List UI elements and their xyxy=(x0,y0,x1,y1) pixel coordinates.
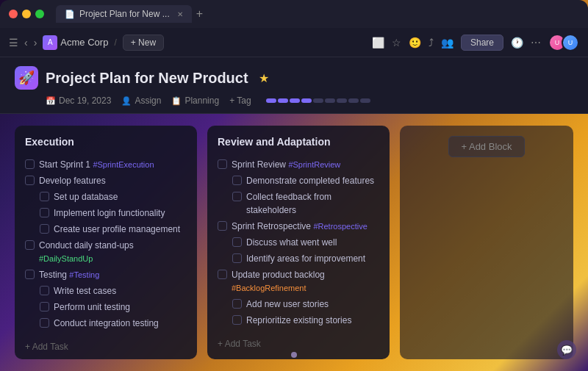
task-checkbox[interactable] xyxy=(232,315,242,325)
tab-close-icon[interactable]: ✕ xyxy=(177,10,183,18)
task-checkbox[interactable] xyxy=(40,208,49,217)
tab-label: Project Plan for New ... xyxy=(79,9,170,19)
titlebar: 📄 Project Plan for New ... ✕ + xyxy=(0,0,588,28)
task-checkbox[interactable] xyxy=(40,224,49,234)
new-tab-button[interactable]: + xyxy=(196,7,203,21)
task-item: Perform unit testing xyxy=(40,299,187,315)
share-button[interactable]: Share xyxy=(461,35,503,51)
task-checkbox[interactable] xyxy=(40,192,49,201)
task-text: Identify areas for improvement xyxy=(246,252,379,265)
favorite-star-icon[interactable]: ★ xyxy=(259,71,269,85)
maximize-dot[interactable] xyxy=(35,10,44,18)
more-icon[interactable]: ⋯ xyxy=(531,37,541,48)
review-add-task-button[interactable]: + Add Task xyxy=(218,337,379,350)
new-button-label: + New xyxy=(131,37,156,48)
progress-dot-9 xyxy=(360,98,370,103)
page-icon: 🚀 xyxy=(15,66,38,90)
task-checkbox[interactable] xyxy=(40,286,49,295)
task-item: Demonstrate completed features xyxy=(232,173,379,189)
assign-meta[interactable]: 👤 Assign xyxy=(121,96,161,106)
active-tab[interactable]: 📄 Project Plan for New ... ✕ xyxy=(56,5,192,23)
page-title-row: 🚀 Project Plan for New Product ★ xyxy=(15,66,573,90)
task-checkbox[interactable] xyxy=(218,221,227,231)
task-text: Reprioritize existing stories xyxy=(246,314,379,327)
emoji-icon[interactable]: 🙂 xyxy=(409,37,421,48)
close-dot[interactable] xyxy=(9,10,18,18)
tag-meta[interactable]: + Tag xyxy=(229,96,251,106)
tag-sprint-execution[interactable]: #SprintExecution xyxy=(93,160,154,169)
sidebar-toggle-icon[interactable]: ☰ xyxy=(9,37,18,48)
tag-daily-standup[interactable]: #DailyStandUp xyxy=(39,254,93,263)
scroll-indicator xyxy=(291,352,297,358)
add-block-area: + Add Block xyxy=(400,126,573,359)
search-icon[interactable]: ⬜ xyxy=(372,37,384,48)
add-task-label: + Add Task xyxy=(218,339,261,349)
review-tasks: Sprint Review #SprintReview Demonstrate … xyxy=(218,156,379,328)
avatar-2: U xyxy=(562,34,579,51)
task-item: Set up database xyxy=(40,189,187,205)
task-checkbox[interactable] xyxy=(232,253,242,263)
task-item: Write test cases xyxy=(40,283,187,299)
progress-dot-3 xyxy=(290,98,300,103)
share-icon[interactable]: ⤴ xyxy=(429,37,434,48)
progress-dots xyxy=(266,98,370,103)
tag-testing[interactable]: #Testing xyxy=(69,270,99,279)
task-item: Sprint Review #SprintReview xyxy=(218,156,379,173)
progress-dot-6 xyxy=(325,98,335,103)
minimize-dot[interactable] xyxy=(22,10,31,18)
task-item: Identify areas for improvement xyxy=(232,251,379,267)
execution-add-task-button[interactable]: + Add Task xyxy=(25,340,187,353)
add-block-button[interactable]: + Add Block xyxy=(448,136,524,157)
task-item: Start Sprint 1 #SprintExecution xyxy=(25,156,187,173)
date-meta[interactable]: 📅 Dec 19, 2023 xyxy=(46,96,111,106)
assign-label: Assign xyxy=(135,96,161,106)
task-text: Create user profile management xyxy=(54,223,187,236)
workspace-label[interactable]: Acme Corp xyxy=(60,37,108,48)
task-checkbox[interactable] xyxy=(25,240,35,250)
execution-card-title: Execution xyxy=(25,136,187,148)
star-icon[interactable]: ☆ xyxy=(392,37,401,48)
add-task-label: + Add Task xyxy=(25,342,68,352)
task-checkbox[interactable] xyxy=(25,176,35,185)
tag-retrospective[interactable]: #Retrospective xyxy=(313,222,367,231)
task-checkbox[interactable] xyxy=(25,270,35,279)
tag-sprint-review[interactable]: #SprintReview xyxy=(288,160,340,169)
task-item: Reprioritize existing stories xyxy=(232,312,379,328)
progress-dot-2 xyxy=(278,98,288,103)
task-item: Testing #Testing xyxy=(25,267,187,283)
task-text: Set up database xyxy=(54,190,187,203)
calendar-icon: 📅 xyxy=(46,96,56,106)
page-meta: 📅 Dec 19, 2023 👤 Assign 📋 Planning + Tag xyxy=(46,96,573,106)
task-checkbox[interactable] xyxy=(218,270,227,279)
task-text: Implement login functionality xyxy=(54,206,187,220)
task-checkbox[interactable] xyxy=(40,318,49,328)
task-item: Develop features xyxy=(25,173,187,189)
task-checkbox[interactable] xyxy=(40,302,49,311)
task-item: Conduct integration testing xyxy=(40,315,187,331)
progress-dot-1 xyxy=(266,98,276,103)
task-checkbox[interactable] xyxy=(232,192,242,201)
review-card: Review and Adaptation Sprint Review #Spr… xyxy=(207,126,390,359)
users-icon[interactable]: 👥 xyxy=(441,37,453,48)
task-text: Add new user stories xyxy=(246,298,379,311)
task-text: Sprint Review #SprintReview xyxy=(232,158,379,171)
task-checkbox[interactable] xyxy=(232,237,242,247)
new-button[interactable]: + New xyxy=(123,35,164,51)
task-item: Add new user stories xyxy=(232,296,379,312)
task-checkbox[interactable] xyxy=(232,176,242,185)
task-checkbox[interactable] xyxy=(218,159,227,169)
chat-icon[interactable]: 💬 xyxy=(557,340,576,359)
page-header: 🚀 Project Plan for New Product ★ 📅 Dec 1… xyxy=(0,57,588,114)
task-text: Update product backlog #BacklogRefinemen… xyxy=(232,268,379,295)
planning-meta[interactable]: 📋 Planning xyxy=(171,96,219,106)
tag-backlog-refinement[interactable]: #BacklogRefinement xyxy=(232,284,306,292)
history-icon[interactable]: 🕐 xyxy=(511,37,523,48)
back-icon[interactable]: ‹ xyxy=(24,37,28,48)
task-checkbox[interactable] xyxy=(25,159,35,169)
task-text: Conduct integration testing xyxy=(54,317,187,330)
task-text: Develop features xyxy=(39,174,187,187)
planning-icon: 📋 xyxy=(171,96,182,106)
traffic-lights xyxy=(9,10,44,18)
forward-icon[interactable]: › xyxy=(34,37,37,48)
task-checkbox[interactable] xyxy=(232,299,242,309)
